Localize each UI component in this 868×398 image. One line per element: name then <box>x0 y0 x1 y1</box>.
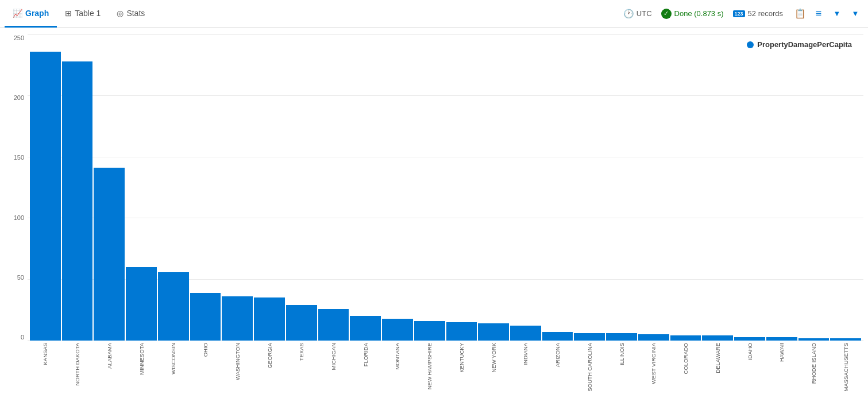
top-bar: 📈 Graph ⊞ Table 1 ◎ Stats 🕐 UTC ✓ Done (… <box>0 0 868 28</box>
x-label-wrapper: NEW YORK <box>478 341 509 398</box>
bar[interactable] <box>542 332 573 341</box>
bar[interactable] <box>350 316 381 341</box>
bar-wrapper <box>158 34 189 341</box>
bar-wrapper <box>670 34 701 341</box>
y-label-0: 0 <box>5 334 28 341</box>
table-icon: ⊞ <box>65 9 72 18</box>
x-label-wrapper: INDIANA <box>510 341 541 398</box>
x-label-wrapper: ALABAMA <box>94 341 125 398</box>
bar-wrapper <box>126 34 157 341</box>
x-label-wrapper: SOUTH CAROLINA <box>574 341 605 398</box>
bar[interactable] <box>254 297 285 341</box>
bar-wrapper <box>414 34 445 341</box>
bar-wrapper <box>542 34 573 341</box>
bar-wrapper <box>222 34 253 341</box>
bar-wrapper <box>254 34 285 341</box>
x-label: ARIZONA <box>554 343 561 367</box>
tab-table[interactable]: ⊞ Table 1 <box>57 1 109 28</box>
bar[interactable] <box>414 321 445 341</box>
tab-table-label: Table 1 <box>75 9 101 18</box>
bar-wrapper <box>190 34 221 341</box>
bar-wrapper <box>350 34 381 341</box>
x-label: MASSACHUSETTS <box>843 343 849 391</box>
x-label-wrapper: NORTH DAKOTA <box>62 341 93 398</box>
bar[interactable] <box>638 334 669 341</box>
x-label: SOUTH CAROLINA <box>587 343 593 391</box>
bar-wrapper <box>478 34 509 341</box>
x-label: KENTUCKY <box>458 343 465 373</box>
status-group: 🕐 UTC ✓ Done (0.873 s) 123 52 records 📋 … <box>623 6 863 22</box>
bar[interactable] <box>30 52 61 341</box>
x-label-wrapper: GEORGIA <box>254 341 285 398</box>
x-label: INDIANA <box>522 343 528 365</box>
x-label-wrapper: NEW HAMPSHIRE <box>414 341 445 398</box>
bar[interactable] <box>94 168 125 341</box>
bar[interactable] <box>318 309 349 341</box>
x-label: NEW YORK <box>491 343 497 373</box>
bar[interactable] <box>606 333 637 341</box>
x-label-wrapper: MICHIGAN <box>318 341 349 398</box>
y-axis: 0 50 100 150 200 250 <box>5 34 28 341</box>
bar[interactable] <box>286 305 317 341</box>
x-label-wrapper: MINNESOTA <box>126 341 157 398</box>
x-label-wrapper: KENTUCKY <box>446 341 477 398</box>
x-labels: KANSASNORTH DAKOTAALABAMAMINNESOTAWISCON… <box>28 341 863 398</box>
x-label-wrapper: DELAWARE <box>702 341 733 398</box>
x-label-wrapper: RHODE ISLAND <box>798 341 830 398</box>
x-label: OHIO <box>202 343 209 357</box>
x-label-wrapper: ARIZONA <box>542 341 573 398</box>
bar[interactable] <box>702 335 733 341</box>
tab-stats[interactable]: ◎ Stats <box>109 1 153 28</box>
x-label: HAWAII <box>778 343 785 362</box>
x-label: ALABAMA <box>106 343 113 369</box>
x-label-wrapper: TEXAS <box>286 341 317 398</box>
bars-container <box>28 34 863 341</box>
copy-button[interactable]: 📋 <box>792 6 808 22</box>
x-label-wrapper: MASSACHUSETTS <box>830 341 861 398</box>
bar-wrapper <box>638 34 669 341</box>
x-label-wrapper: MONTANA <box>382 341 413 398</box>
records-badge: 123 52 records <box>733 9 783 18</box>
bar[interactable] <box>190 293 221 341</box>
bar[interactable] <box>158 272 189 341</box>
bar[interactable] <box>478 323 509 341</box>
tab-graph[interactable]: 📈 Graph <box>5 1 57 28</box>
x-label: NEW HAMPSHIRE <box>426 343 433 389</box>
export-button[interactable]: ≡ <box>811 6 827 22</box>
x-label: ILLINOIS <box>619 343 625 365</box>
x-label-wrapper: WASHINGTON <box>222 341 253 398</box>
done-badge: ✓ Done (0.873 s) <box>661 9 724 19</box>
bar-wrapper <box>574 34 605 341</box>
bar-wrapper <box>830 34 861 341</box>
bar[interactable] <box>574 333 605 341</box>
clock-icon: 🕐 <box>623 9 634 19</box>
x-label: DELAWARE <box>715 343 721 373</box>
x-label: IDAHO <box>747 343 753 360</box>
y-label-100: 100 <box>5 214 28 221</box>
x-label: MONTANA <box>394 343 400 370</box>
bar[interactable] <box>670 335 701 341</box>
x-label: MICHIGAN <box>330 343 337 370</box>
bar[interactable] <box>446 322 477 341</box>
bar[interactable] <box>62 61 93 341</box>
action-icons: 📋 ≡ ▼ ▼ <box>792 6 863 22</box>
bar-wrapper <box>382 34 413 341</box>
x-label: NORTH DAKOTA <box>74 343 80 386</box>
records-icon: 123 <box>733 10 745 17</box>
y-label-150: 150 <box>5 154 28 161</box>
x-label-wrapper: KANSAS <box>30 341 61 398</box>
bar[interactable] <box>222 296 253 341</box>
x-label-wrapper: COLORADO <box>670 341 701 398</box>
x-label-wrapper: IDAHO <box>734 341 765 398</box>
done-label: Done (0.873 s) <box>674 9 724 18</box>
expand-button[interactable]: ▼ <box>829 6 845 22</box>
bar-wrapper <box>606 34 637 341</box>
bar[interactable] <box>510 326 541 341</box>
more-button[interactable]: ▼ <box>847 6 863 22</box>
done-check-icon: ✓ <box>661 9 672 19</box>
x-label: WASHINGTON <box>234 343 241 380</box>
y-label-50: 50 <box>5 274 28 281</box>
x-label-wrapper: WEST VIRGINIA <box>638 341 669 398</box>
bar[interactable] <box>382 319 413 341</box>
bar[interactable] <box>126 267 157 341</box>
